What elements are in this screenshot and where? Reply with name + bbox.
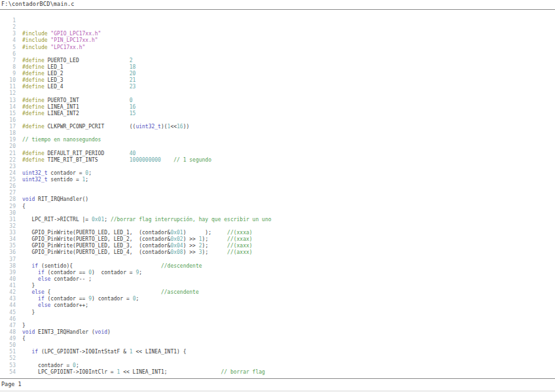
line-number: 53 [0, 363, 16, 369]
line-number: 43 [0, 296, 16, 302]
code-text: { [22, 336, 26, 342]
line-number: 39 [0, 270, 16, 276]
code-line: 28void RIT_IRQHandler() [0, 196, 272, 203]
line-number: 10 [0, 77, 16, 84]
code-text: #define PUERTO_LED 2 [22, 58, 133, 63]
line-number: 25 [0, 177, 16, 183]
code-text: #include "PIN_LPC17xx.h" [22, 37, 98, 43]
code-line: 40 else contador-- ; [0, 276, 272, 283]
line-number: 6 [0, 51, 16, 58]
code-text: #define TIME_RIT_BT_INTS 1000000000 // 1… [22, 157, 211, 163]
line-number: 5 [0, 45, 16, 51]
code-line: 51 if (LPC_GPIOINT->IO0IntStatF & 1 << L… [0, 349, 272, 355]
line-number: 32 [0, 223, 16, 230]
code-listing: 123#include "GPIO_LPC17xx.h"4#include "P… [0, 18, 272, 376]
code-text: #include "LPC17xx.h" [22, 45, 85, 50]
line-number: 49 [0, 336, 16, 342]
code-text: #include "GPIO_LPC17xx.h" [22, 31, 101, 37]
code-line: 35 GPIO_PinWrite(PUERTO_LED, LED_3, (con… [0, 243, 272, 249]
code-line: 33 GPIO_PinWrite(PUERTO_LED, LED_1, (con… [0, 230, 272, 236]
line-number: 3 [0, 31, 16, 37]
line-number: 29 [0, 204, 16, 210]
line-number: 36 [0, 249, 16, 256]
code-text: LPC_GPIOINT->IO0IntClr = 1 << LINEA_INT1… [22, 369, 265, 375]
line-number: 52 [0, 355, 16, 362]
code-line: 23 [0, 164, 272, 170]
line-number: 44 [0, 302, 16, 309]
line-number: 7 [0, 58, 16, 64]
line-number: 13 [0, 98, 16, 104]
line-number: 30 [0, 210, 16, 217]
code-line: 30 [0, 210, 272, 217]
code-text: else contador-- ; [22, 276, 92, 282]
code-text: void EINT3_IRQHandler (void) [22, 329, 111, 335]
code-text: else contador++; [22, 302, 88, 308]
code-text: if (contador == 9) contador = 0; [22, 296, 139, 302]
code-line: 37 [0, 257, 272, 263]
code-line: 22#define TIME_RIT_BT_INTS 1000000000 //… [0, 157, 272, 164]
code-text: } [22, 310, 35, 315]
line-number: 1 [0, 18, 16, 24]
code-line: 38 if (sentido){ //descendente [0, 263, 272, 270]
code-text: GPIO_PinWrite(PUERTO_LED, LED_1, (contad… [22, 230, 253, 236]
code-line: 32 [0, 223, 272, 230]
code-text: if (contador == 0) contador = 9; [22, 270, 142, 276]
page-number: Page 1 [1, 381, 22, 387]
line-number: 4 [0, 37, 16, 44]
code-line: 25uint32_t sentido = 1; [0, 177, 272, 183]
code-line: 4#include "PIN_LPC17xx.h" [0, 37, 272, 44]
code-line: 44 else contador++; [0, 302, 272, 309]
line-number: 26 [0, 183, 16, 190]
code-line: 2 [0, 24, 272, 31]
code-line: 31 LPC_RIT->RICTRL |= 0x01; //borrar fla… [0, 217, 272, 223]
line-number: 22 [0, 157, 16, 164]
line-number: 12 [0, 90, 16, 97]
line-number: 24 [0, 170, 16, 177]
line-number: 31 [0, 217, 16, 223]
code-line: 1 [0, 18, 272, 24]
code-line: 15#define LINEA_INT2 15 [0, 111, 272, 117]
code-text: if (sentido){ //descendente [22, 263, 202, 269]
line-number: 45 [0, 310, 16, 316]
code-line: 50 [0, 342, 272, 349]
code-line: 16 [0, 117, 272, 124]
code-line: 7#define PUERTO_LED 2 [0, 58, 272, 64]
line-number: 11 [0, 84, 16, 90]
line-number: 2 [0, 24, 16, 31]
line-number: 8 [0, 64, 16, 71]
code-text: #define LINEA_INT1 16 [22, 104, 135, 110]
line-number: 34 [0, 236, 16, 243]
code-line: 18 [0, 130, 272, 137]
code-line: 6 [0, 51, 272, 58]
code-line: 42 else { //ascendente [0, 289, 272, 296]
code-line: 48void EINT3_IRQHandler (void) [0, 329, 272, 336]
line-number: 42 [0, 289, 16, 296]
code-text: #define LED_3 21 [22, 77, 135, 83]
code-text: #define CLKPWR_PCONP_PCRIT ((uint32_t)(1… [22, 124, 189, 130]
code-line: 5#include "LPC17xx.h" [0, 45, 272, 51]
code-text: #define LINEA_INT2 15 [22, 111, 135, 116]
line-number: 9 [0, 71, 16, 77]
line-number: 15 [0, 111, 16, 117]
code-line: 24uint32_t contador = 0; [0, 170, 272, 177]
code-text: #define LED_2 20 [22, 71, 135, 77]
code-text: // tiempo en nanosegundos [22, 137, 101, 143]
line-number: 54 [0, 369, 16, 376]
code-line: 53 contador = 0; [0, 363, 272, 369]
line-number: 35 [0, 243, 16, 249]
code-line: 20 [0, 143, 272, 150]
code-text: } [22, 283, 35, 289]
code-text: uint32_t contador = 0; [22, 170, 92, 176]
code-line: 34 GPIO_PinWrite(PUERTO_LED, LED_2, (con… [0, 236, 272, 243]
line-number: 51 [0, 349, 16, 355]
code-text: #define PUERTO_INT 0 [22, 98, 133, 103]
line-number: 37 [0, 257, 16, 263]
line-number: 41 [0, 283, 16, 289]
code-line: 39 if (contador == 0) contador = 9; [0, 270, 272, 276]
code-text: if (LPC_GPIOINT->IO0IntStatF & 1 << LINE… [22, 349, 187, 355]
line-number: 27 [0, 190, 16, 196]
line-number: 16 [0, 117, 16, 124]
code-line: 11#define LED_4 23 [0, 84, 272, 90]
code-line: 9#define LED_2 20 [0, 71, 272, 77]
line-number: 38 [0, 263, 16, 270]
